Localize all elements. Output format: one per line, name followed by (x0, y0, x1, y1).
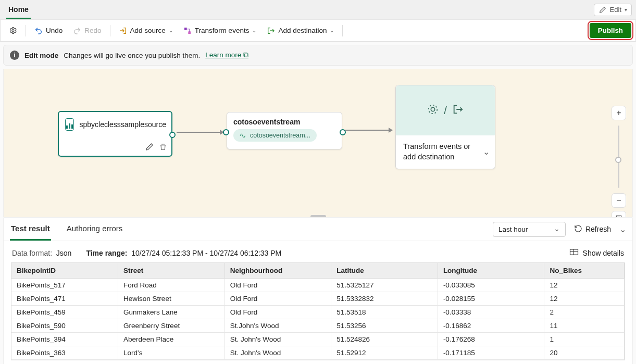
table-cell: BikePoints_459 (11, 306, 118, 319)
undo-label: Undo (46, 27, 63, 34)
table-cell: BikePoints_363 (11, 346, 118, 360)
node-source-title: spbycleclesssamplesource (79, 120, 166, 129)
table-cell: -0.176268 (438, 333, 544, 346)
undo-icon (34, 27, 43, 35)
table-row[interactable]: BikePoints_471Hewison StreetOld Ford51.5… (11, 292, 625, 306)
column-header[interactable]: Street (118, 263, 225, 279)
node-destination-label: Transform events or add destination (403, 142, 483, 162)
edge (345, 130, 392, 131)
arrow-out-icon (267, 27, 275, 35)
svg-point-3 (431, 107, 435, 111)
pipeline-canvas[interactable]: spbycleclesssamplesource cotosoeventstre… (3, 69, 633, 218)
undo-button[interactable]: Undo (30, 24, 67, 37)
time-range-label: Time range: (86, 249, 127, 257)
tab-authoring-errors[interactable]: Authoring errors (66, 218, 124, 241)
table-row[interactable]: BikePoints_459Gunmakers LaneOld Ford51.5… (11, 306, 625, 319)
zoom-out-button[interactable]: − (612, 193, 626, 208)
transform-events-button[interactable]: Transform events ⌄ (179, 24, 261, 37)
refresh-button[interactable]: Refresh (574, 224, 611, 234)
column-header[interactable]: No_Bikes (544, 263, 625, 279)
table-cell: 11 (544, 319, 625, 333)
edge (177, 132, 223, 133)
zoom-thumb[interactable] (615, 157, 621, 163)
node-destination-placeholder[interactable]: / Transform events or add destination ⌄ (395, 85, 495, 169)
details-icon (569, 248, 579, 257)
node-eventstream[interactable]: cotosoeventstream cotosoeventstream... (227, 112, 342, 149)
learn-more-link[interactable]: Learn more ⧉ (205, 51, 248, 59)
svg-point-0 (12, 30, 14, 32)
show-details-button[interactable]: Show details (569, 248, 624, 257)
node-output-port[interactable] (169, 132, 176, 138)
transform-icon (427, 104, 439, 118)
external-link-icon: ⧉ (243, 51, 248, 59)
node-stream-pill-label: cotosoeventstream... (250, 132, 310, 139)
table-cell: -0.028155 (438, 292, 544, 306)
info-icon: i (10, 51, 19, 60)
slash: / (444, 105, 447, 117)
table-row[interactable]: BikePoints_363Lord'sSt. John's Wood51.52… (11, 346, 625, 360)
edit-mode-message: Changes will go live once you publish th… (64, 52, 200, 59)
svg-point-4 (429, 105, 438, 114)
destination-icon (452, 104, 464, 118)
svg-rect-2 (188, 31, 191, 34)
table-cell: 51.5332832 (331, 292, 438, 306)
add-source-button[interactable]: Add source ⌄ (115, 24, 177, 37)
chevron-down-icon[interactable]: ⌄ (483, 146, 490, 158)
column-header[interactable]: Latitude (331, 263, 438, 279)
panel-resize-handle[interactable] (310, 215, 326, 218)
chevron-down-icon: ⌄ (169, 28, 173, 33)
publish-button[interactable]: Publish (590, 23, 631, 38)
table-cell: BikePoints_394 (11, 333, 118, 346)
delete-node-icon[interactable] (159, 143, 167, 153)
node-stream-pill[interactable]: cotosoeventstream... (233, 129, 317, 142)
add-destination-button[interactable]: Add destination ⌄ (263, 24, 338, 37)
node-source[interactable]: spbycleclesssamplesource (58, 111, 172, 157)
node-input-port[interactable] (223, 129, 229, 135)
edit-node-icon[interactable] (145, 143, 154, 153)
column-header[interactable]: Longitude (438, 263, 544, 279)
table-row[interactable]: BikePoints_517Ford RoadOld Ford51.532512… (11, 279, 625, 292)
table-cell: St. John's Wood (225, 333, 331, 346)
time-filter-select[interactable]: Last hour (493, 222, 566, 237)
chevron-down-icon: ⌄ (252, 28, 256, 33)
arrow-in-icon (119, 27, 127, 35)
table-cell: Greenberry Street (118, 319, 225, 333)
table-cell: 12 (544, 292, 625, 306)
table-cell: Hewison Street (118, 292, 225, 306)
column-header[interactable]: BikepointID (11, 263, 118, 279)
table-row[interactable]: BikePoints_590Greenberry StreetSt.John's… (11, 319, 625, 333)
chevron-down-icon[interactable]: ⌄ (619, 224, 626, 234)
zoom-slider[interactable] (618, 125, 619, 188)
table-row[interactable]: BikePoints_394Aberdeen PlaceSt. John's W… (11, 333, 625, 346)
zoom-fit-button[interactable] (612, 211, 626, 218)
edit-mode-label: Edit mode (24, 52, 58, 59)
table-cell: 51.52912 (331, 346, 438, 360)
table-cell: -0.033085 (438, 279, 544, 292)
zoom-in-button[interactable]: + (612, 106, 626, 120)
table-cell: -0.03338 (438, 306, 544, 319)
data-format-label: Data format: (12, 249, 52, 257)
edit-dropdown[interactable]: Edit ▾ (594, 4, 632, 16)
gear-icon (9, 27, 17, 35)
chevron-down-icon: ⌄ (330, 28, 334, 33)
table-cell: 12 (544, 279, 625, 292)
table-cell: St.John's Wood (225, 319, 331, 333)
refresh-label: Refresh (585, 225, 611, 233)
node-stream-title: cotosoeventstream (227, 112, 342, 129)
table-cell: Old Ford (225, 279, 331, 292)
table-cell: BikePoints_517 (11, 279, 118, 292)
edit-label: Edit (610, 6, 621, 14)
tab-home[interactable]: Home (6, 2, 31, 19)
sample-data-icon (65, 118, 74, 131)
transform-events-label: Transform events (195, 27, 250, 34)
svg-rect-1 (184, 28, 187, 30)
add-destination-label: Add destination (278, 27, 327, 34)
settings-button[interactable] (5, 24, 21, 37)
column-header[interactable]: Neighbourhood (225, 263, 331, 279)
table-cell: 2 (544, 306, 625, 319)
chevron-down-icon: ▾ (625, 7, 627, 12)
redo-button[interactable]: Redo (69, 24, 105, 37)
table-cell: Aberdeen Place (118, 333, 225, 346)
tab-test-result[interactable]: Test result (10, 218, 51, 241)
pencil-icon (598, 6, 607, 14)
